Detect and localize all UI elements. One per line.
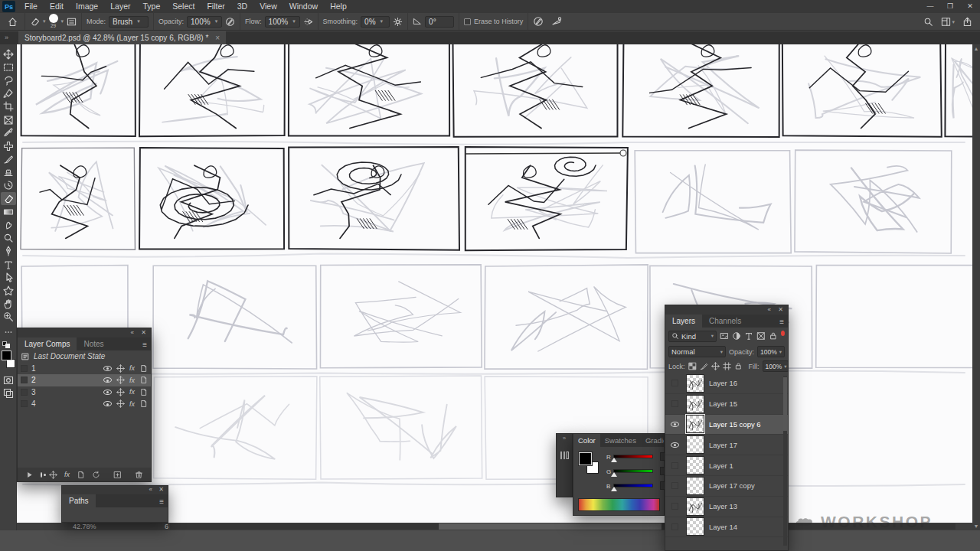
- minimize-button[interactable]: —: [920, 0, 940, 13]
- layer-row[interactable]: Layer 15 copy 6: [665, 415, 788, 435]
- layer-comp-row[interactable]: Last Document State: [18, 350, 151, 363]
- panel-menu-icon[interactable]: ≡: [142, 341, 147, 349]
- fx-icon[interactable]: fx: [129, 388, 135, 396]
- pressure-size-icon[interactable]: [551, 16, 562, 27]
- position-icon[interactable]: [116, 399, 125, 408]
- panel-menu-icon[interactable]: ≡: [779, 318, 784, 326]
- menu-edit[interactable]: Edit: [44, 0, 70, 13]
- close-panel-icon[interactable]: ✕: [141, 329, 146, 336]
- eye-toggle-empty[interactable]: [671, 462, 678, 469]
- eyedropper-tool-icon[interactable]: [1, 126, 16, 139]
- fx-icon[interactable]: fx: [129, 377, 135, 384]
- apply-comp-icon[interactable]: [25, 470, 34, 479]
- layer-row[interactable]: Layer 15: [665, 394, 788, 415]
- smudge-tool-icon[interactable]: [1, 218, 16, 231]
- lock-artboard-icon[interactable]: [723, 362, 731, 370]
- layers-scrollbar[interactable]: [783, 376, 787, 546]
- b-slider[interactable]: B0: [613, 483, 664, 492]
- layer-thumbnail[interactable]: [686, 415, 704, 433]
- chevron-down-icon[interactable]: ▾: [61, 18, 64, 24]
- close-panel-icon[interactable]: ✕: [158, 486, 164, 493]
- layer-thumbnail[interactable]: [686, 395, 704, 413]
- pressure-opacity-icon[interactable]: [225, 17, 235, 27]
- flow-field[interactable]: 100%▾: [265, 16, 300, 28]
- apply-comp-checkbox[interactable]: [21, 377, 28, 383]
- layer-row[interactable]: Layer 16: [665, 373, 788, 394]
- panel-menu-icon[interactable]: ≡: [159, 497, 164, 506]
- scroll-down-icon[interactable]: ▼: [972, 523, 980, 529]
- workspace-switcher-icon[interactable]: ▾: [941, 17, 955, 27]
- blend-mode-select[interactable]: Normal▾: [668, 346, 726, 357]
- eraser-tool-icon[interactable]: [30, 17, 40, 27]
- menu-window[interactable]: Window: [283, 0, 324, 13]
- eye-toggle-empty[interactable]: [671, 523, 678, 530]
- layer-row[interactable]: Layer 14: [665, 517, 788, 538]
- document-tab[interactable]: Storyboard2.psd @ 42.8% (Layer 15 copy 6…: [18, 31, 226, 44]
- layer-thumbnail[interactable]: [686, 456, 704, 474]
- collapse-panel-icon[interactable]: «: [149, 486, 152, 493]
- slider-handle[interactable]: [611, 487, 617, 491]
- menu-help[interactable]: Help: [324, 0, 353, 13]
- dodge-tool-icon[interactable]: [1, 232, 16, 245]
- layer-thumbnail[interactable]: [686, 517, 704, 536]
- menu-filter[interactable]: Filter: [201, 0, 230, 13]
- collapse-panel-icon[interactable]: «: [131, 329, 134, 336]
- erase-to-history-checkbox[interactable]: [464, 18, 471, 25]
- quick-mask-icon[interactable]: [1, 373, 16, 386]
- smoothing-field[interactable]: 0%▾: [361, 16, 390, 28]
- scroll-up-icon[interactable]: ▲: [972, 46, 980, 51]
- restore-button[interactable]: ❐: [940, 0, 960, 13]
- lasso-tool-icon[interactable]: [1, 73, 16, 86]
- layer-row[interactable]: Layer 1: [665, 455, 788, 476]
- layer-row[interactable]: Layer 13: [665, 497, 788, 517]
- pen-tool-icon[interactable]: [1, 245, 16, 258]
- default-colors-icon[interactable]: [2, 341, 15, 348]
- horizontal-scrollbar-thumb[interactable]: [439, 523, 662, 530]
- menu-image[interactable]: Image: [70, 0, 104, 13]
- type-tool-icon[interactable]: [1, 258, 16, 271]
- filter-toggle-icon[interactable]: [781, 331, 785, 336]
- layer-fill-field[interactable]: 100%▾: [763, 360, 789, 372]
- clone-stamp-tool-icon[interactable]: [1, 166, 16, 179]
- menu-view[interactable]: View: [253, 0, 283, 13]
- menu-type[interactable]: Type: [136, 0, 166, 13]
- position-icon[interactable]: [116, 376, 125, 384]
- fx-icon[interactable]: fx: [129, 364, 135, 372]
- filter-smartobject-icon[interactable]: [769, 331, 778, 341]
- airbrush-icon[interactable]: [303, 17, 313, 27]
- g-slider[interactable]: G0: [613, 468, 664, 478]
- eye-icon[interactable]: [671, 442, 679, 448]
- share-icon[interactable]: [962, 17, 972, 27]
- crop-tool-icon[interactable]: [1, 100, 16, 113]
- eye-toggle-empty[interactable]: [671, 400, 678, 407]
- position-icon[interactable]: [116, 364, 125, 373]
- path-selection-tool-icon[interactable]: [1, 271, 16, 284]
- home-icon[interactable]: [5, 15, 20, 28]
- shape-tool-icon[interactable]: [1, 284, 16, 297]
- filter-adjustment-icon[interactable]: [732, 331, 741, 341]
- slider-handle[interactable]: [611, 472, 617, 477]
- marquee-tool-icon[interactable]: [1, 60, 16, 73]
- lock-pixels-icon[interactable]: [700, 362, 708, 370]
- layer-thumbnail[interactable]: [686, 497, 704, 516]
- opacity-field[interactable]: 100%▾: [187, 16, 222, 28]
- color-fg-bg-swatches[interactable]: [579, 452, 603, 477]
- brush-angle-field[interactable]: 0°: [425, 16, 454, 28]
- collapse-panel-icon[interactable]: «: [768, 306, 771, 313]
- delete-comp-icon[interactable]: [135, 470, 143, 479]
- search-icon[interactable]: [923, 17, 933, 27]
- brush-preset-icon[interactable]: 29: [49, 14, 58, 29]
- vertical-scrollbar[interactable]: ▲ ▼: [972, 44, 980, 530]
- eye-icon[interactable]: [103, 390, 112, 395]
- eye-toggle-empty[interactable]: [671, 380, 678, 386]
- zoom-tool-icon[interactable]: [1, 311, 16, 324]
- layer-opacity-field[interactable]: 100%▾: [757, 346, 785, 357]
- color-spectrum-ramp[interactable]: [578, 498, 660, 511]
- comp-visibility-icon[interactable]: [41, 472, 42, 478]
- layer-thumbnail[interactable]: [686, 477, 704, 495]
- filter-pixel-icon[interactable]: [720, 331, 729, 341]
- lock-transparency-icon[interactable]: [688, 362, 697, 370]
- eye-toggle-empty[interactable]: [671, 482, 678, 489]
- tab-swatches[interactable]: Swatches: [600, 434, 641, 447]
- layer-thumbnail[interactable]: [686, 435, 704, 454]
